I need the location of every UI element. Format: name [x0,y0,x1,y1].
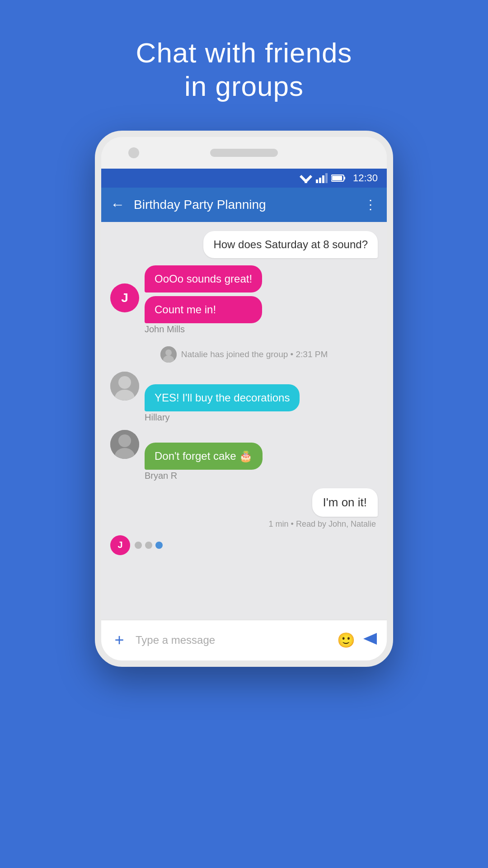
avatar-hillary [110,372,139,401]
svg-rect-4 [319,178,321,183]
sender-name-hillary: Hillary [145,412,378,423]
app-bar: ← Birthday Party Planning ⋮ [101,188,387,222]
svg-rect-5 [322,175,324,183]
system-message-natalie: Natalie has joined the group • 2:31 PM [110,346,378,363]
dot-1 [135,542,142,549]
svg-point-11 [165,349,172,356]
dot-3 [155,542,163,549]
sender-name-bryan: Bryan R [145,471,378,481]
bubble-self: I'm on it! [312,488,378,517]
more-options-button[interactable]: ⋮ [364,197,378,212]
message-incoming-john: J OoOo sounds great! Count me in! [110,265,378,323]
send-button[interactable] [362,632,378,649]
conversation-title: Birthday Party Planning [134,198,364,212]
phone-camera [128,147,139,158]
headline-line1: Chat with friends [136,37,352,68]
typing-indicator: J [110,535,378,555]
typing-avatar: J [110,535,130,555]
svg-rect-6 [325,173,328,183]
hillary-bubbles: YES! I'll buy the decorations [145,384,300,411]
bubble: Don't forget cake 🎂 [145,443,263,470]
natalie-avatar [160,346,177,363]
message-group-bryan: Don't forget cake 🎂 Bryan R [110,430,378,484]
chat-area: How does Saturday at 8 sound? J OoOo sou… [101,222,387,620]
headline-line2: in groups [184,71,304,102]
svg-rect-3 [316,179,318,183]
message-outgoing-self: I'm on it! 1 min • Read by John, Natalie [110,488,378,529]
john-bubbles: OoOo sounds great! Count me in! [145,265,262,323]
svg-point-17 [118,434,131,447]
battery-icon [331,174,346,182]
bubble: YES! I'll buy the decorations [145,384,300,411]
phone-frame: 12:30 ← Birthday Party Planning ⋮ How do… [95,131,393,667]
message-input[interactable]: Type a message [136,634,330,646]
wifi-icon [300,173,312,183]
status-icons [300,173,346,183]
bubble: How does Saturday at 8 sound? [203,231,378,258]
phone-speaker [210,149,278,157]
typing-dots [135,542,163,549]
status-bar: 12:30 [101,169,387,188]
bubble: OoOo sounds great! [145,265,262,292]
svg-rect-9 [332,176,342,180]
page-headline: Chat with friends in groups [136,36,352,104]
svg-marker-19 [363,633,377,645]
back-button[interactable]: ← [110,196,125,213]
message-group-john: J OoOo sounds great! Count me in! John M… [110,265,378,337]
message-incoming-hillary: YES! I'll buy the decorations [110,372,378,411]
message-outgoing-1: How does Saturday at 8 sound? [110,231,378,258]
bryan-bubbles: Don't forget cake 🎂 [145,443,263,470]
avatar-bryan [110,430,139,459]
add-attachment-button[interactable]: + [110,631,128,650]
phone-top-bar [101,137,387,169]
svg-rect-8 [344,177,345,179]
emoji-button[interactable]: 🙂 [337,632,355,649]
input-bar: + Type a message 🙂 [101,620,387,660]
message-group-hillary: YES! I'll buy the decorations Hillary [110,372,378,425]
read-receipt: 1 min • Read by John, Natalie [269,519,376,529]
dot-2 [145,542,152,549]
message-incoming-bryan: Don't forget cake 🎂 [110,430,378,470]
avatar-john: J [110,283,139,312]
signal-icon [316,173,328,183]
svg-point-14 [118,376,131,389]
natalie-avatar-img [160,346,177,363]
send-icon [362,632,378,646]
sender-name-john: John Mills [145,324,378,335]
status-time: 12:30 [353,172,378,184]
bubble: Count me in! [145,296,262,323]
